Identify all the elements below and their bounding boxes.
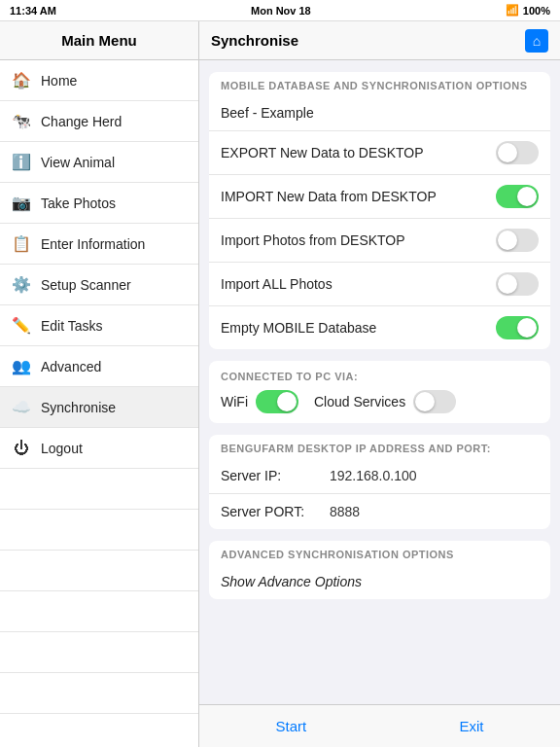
sidebar-icon-take-photos: 📷: [12, 194, 31, 213]
battery-level: 100%: [523, 5, 550, 17]
sidebar-label-setup-scanner: Setup Scanner: [41, 277, 131, 293]
sidebar-label-enter-information: Enter Information: [41, 236, 145, 252]
sidebar: 🏠 Home 🐄 Change Herd ℹ️ View Animal 📷 Ta…: [0, 60, 199, 747]
ip-value-server-port: 8888: [330, 504, 360, 519]
show-advance-options-link[interactable]: Show Advance Options: [209, 564, 550, 599]
toggle-label-import-all: Import ALL Photos: [221, 276, 332, 292]
wifi-status-icon: 📶: [506, 4, 519, 17]
sidebar-icon-setup-scanner: ⚙️: [12, 275, 31, 295]
sidebar-icon-edit-tasks: ✏️: [12, 316, 31, 336]
cloud-toggle[interactable]: [413, 390, 456, 413]
toggle-knob-empty-mobile: [517, 318, 537, 338]
status-time: 11:34 AM: [10, 5, 56, 17]
connected-section-header: CONNECTED TO PC VIA:: [221, 371, 539, 382]
start-button[interactable]: Start: [253, 710, 331, 742]
sidebar-item-take-photos[interactable]: 📷 Take Photos: [0, 183, 198, 224]
wifi-row: WiFi Cloud Services: [221, 390, 539, 413]
sidebar-item-edit-tasks[interactable]: ✏️ Edit Tasks: [0, 305, 198, 346]
sidebar-label-view-animal: View Animal: [41, 155, 115, 170]
status-right: 📶 100%: [506, 4, 550, 17]
sidebar-icon-logout: ⏻: [12, 439, 31, 458]
wifi-toggle-knob: [277, 392, 297, 411]
sidebar-icon-synchronise: ☁️: [12, 398, 31, 417]
sidebar-empty-row: [0, 673, 198, 714]
sidebar-label-synchronise: Synchronise: [41, 400, 116, 415]
toggle-row-export-new: EXPORT New Data to DESKTOP: [209, 131, 550, 175]
toggle-import-all[interactable]: [496, 272, 539, 296]
sidebar-item-synchronise[interactable]: ☁️ Synchronise: [0, 387, 198, 428]
server-section: BENGUFARM DESKTOP IP ADDRESS AND PORT: S…: [209, 435, 550, 529]
sidebar-icon-advanced: 👥: [12, 357, 31, 376]
sidebar-empty-row: [0, 632, 198, 673]
mobile-db-section: MOBILE DATABASE AND SYNCHRONISATION OPTI…: [209, 72, 550, 349]
header: Main Menu Synchronise ⌂: [0, 21, 560, 60]
sidebar-item-setup-scanner[interactable]: ⚙️ Setup Scanner: [0, 265, 198, 305]
sidebar-item-logout[interactable]: ⏻ Logout: [0, 428, 198, 469]
connected-section: CONNECTED TO PC VIA: WiFi Cloud Services: [209, 361, 550, 423]
status-day: Mon Nov 18: [251, 5, 311, 17]
ip-label-server-port: Server PORT:: [221, 504, 318, 519]
toggle-label-import-photos: Import Photos from DESKTOP: [221, 232, 405, 248]
ip-value-server-ip: 192.168.0.100: [330, 468, 417, 483]
sidebar-label-logout: Logout: [41, 441, 83, 456]
sidebar-item-view-animal[interactable]: ℹ️ View Animal: [0, 142, 198, 183]
main-content: MOBILE DATABASE AND SYNCHRONISATION OPTI…: [199, 60, 560, 747]
sidebar-item-enter-information[interactable]: 📋 Enter Information: [0, 224, 198, 265]
wifi-toggle[interactable]: [256, 390, 298, 413]
bottom-bar: Start Exit: [199, 704, 560, 747]
ip-label-server-ip: Server IP:: [221, 468, 318, 483]
ip-row-server-ip: Server IP: 192.168.0.100: [209, 458, 550, 494]
toggle-empty-mobile[interactable]: [496, 316, 539, 339]
toggle-label-import-new: IMPORT New Data from DESKTOP: [221, 189, 437, 204]
sidebar-empty-row: [0, 551, 198, 591]
sidebar-label-take-photos: Take Photos: [41, 196, 116, 211]
wifi-item: WiFi: [221, 390, 298, 413]
mobile-db-section-header: MOBILE DATABASE AND SYNCHRONISATION OPTI…: [209, 72, 550, 95]
cloud-item: Cloud Services: [314, 390, 456, 413]
sidebar-label-advanced: Advanced: [41, 359, 101, 374]
cloud-label: Cloud Services: [314, 394, 405, 409]
header-main-menu-title: Main Menu: [0, 21, 199, 59]
home-button[interactable]: ⌂: [525, 29, 548, 53]
toggle-row-import-photos: Import Photos from DESKTOP: [209, 219, 550, 263]
exit-button[interactable]: Exit: [436, 710, 507, 742]
sidebar-label-edit-tasks: Edit Tasks: [41, 318, 103, 334]
toggle-row-import-all: Import ALL Photos: [209, 263, 550, 306]
toggle-import-photos[interactable]: [496, 229, 539, 252]
server-section-header: BENGUFARM DESKTOP IP ADDRESS AND PORT:: [209, 435, 550, 458]
header-synchronise-title: Synchronise: [211, 32, 298, 49]
toggle-label-empty-mobile: Empty MOBILE Database: [221, 320, 376, 336]
home-icon: ⌂: [533, 33, 541, 49]
adv-section-header: ADVANCED SYNCHRONISATION OPTIONS: [209, 541, 550, 564]
toggle-knob-import-new: [517, 187, 537, 206]
toggle-export-new[interactable]: [496, 141, 539, 164]
sidebar-empty-row: [0, 469, 198, 510]
sidebar-icon-view-animal: ℹ️: [12, 153, 31, 172]
toggle-label-export-new: EXPORT New Data to DESKTOP: [221, 145, 424, 160]
sidebar-icon-change-herd: 🐄: [12, 112, 31, 131]
sidebar-label-change-herd: Change Herd: [41, 114, 122, 129]
cloud-toggle-knob: [415, 392, 435, 411]
sidebar-label-home: Home: [41, 73, 77, 89]
advanced-sync-section: ADVANCED SYNCHRONISATION OPTIONS Show Ad…: [209, 541, 550, 599]
toggle-import-new[interactable]: [496, 185, 539, 208]
toggle-knob-import-all: [498, 274, 517, 294]
toggle-row-import-new: IMPORT New Data from DESKTOP: [209, 175, 550, 219]
sidebar-item-change-herd[interactable]: 🐄 Change Herd: [0, 101, 198, 142]
status-bar: 11:34 AM Mon Nov 18 📶 100%: [0, 0, 560, 21]
toggle-row-empty-mobile: Empty MOBILE Database: [209, 306, 550, 349]
wifi-label: WiFi: [221, 394, 248, 409]
header-right-section: Synchronise ⌂: [199, 29, 560, 53]
main-layout: 🏠 Home 🐄 Change Herd ℹ️ View Animal 📷 Ta…: [0, 60, 560, 747]
sidebar-empty-row: [0, 510, 198, 551]
toggle-knob-import-photos: [498, 231, 517, 250]
sidebar-item-home[interactable]: 🏠 Home: [0, 60, 198, 101]
sidebar-icon-home: 🏠: [12, 71, 31, 90]
herd-name: Beef - Example: [209, 95, 550, 131]
sidebar-empty-row: [0, 591, 198, 632]
ip-row-server-port: Server PORT: 8888: [209, 494, 550, 529]
toggle-knob-export-new: [498, 143, 517, 162]
sidebar-icon-enter-information: 📋: [12, 234, 31, 254]
sidebar-item-advanced[interactable]: 👥 Advanced: [0, 346, 198, 387]
sidebar-empty-row: [0, 714, 198, 747]
